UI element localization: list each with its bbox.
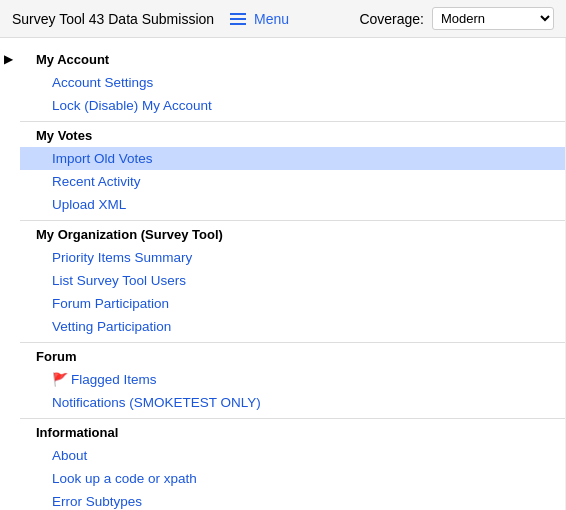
menu-item-error-subtypes[interactable]: Error Subtypes xyxy=(20,490,565,510)
menu-icon[interactable] xyxy=(230,13,246,25)
menu-item-priority-items-summary[interactable]: Priority Items Summary xyxy=(20,246,565,269)
coverage-label: Coverage: xyxy=(359,11,424,27)
section-my-organization: My Organization (Survey Tool) Priority I… xyxy=(20,221,565,338)
section-header-my-account: My Account xyxy=(20,46,565,71)
menu-item-about[interactable]: About xyxy=(20,444,565,467)
menu-item-flagged-items[interactable]: 🚩Flagged Items xyxy=(20,368,565,391)
coverage-select[interactable]: Modern Comprehensive Basic xyxy=(432,7,554,30)
content-area: ▶ My Account Account Settings Lock (Disa… xyxy=(0,38,566,510)
menu-item-notifications[interactable]: Notifications (SMOKETEST ONLY) xyxy=(20,391,565,414)
menu-item-forum-participation[interactable]: Forum Participation xyxy=(20,292,565,315)
section-header-informational: Informational xyxy=(20,419,565,444)
menu-panel: My Account Account Settings Lock (Disabl… xyxy=(20,38,566,510)
section-my-account: My Account Account Settings Lock (Disabl… xyxy=(20,46,565,117)
sidebar-toggle[interactable]: ▶ xyxy=(0,38,20,510)
section-my-votes: My Votes Import Old Votes Recent Activit… xyxy=(20,122,565,216)
app-title: Survey Tool 43 Data Submission xyxy=(12,11,214,27)
flag-icon: 🚩 xyxy=(52,372,68,387)
section-header-my-organization: My Organization (Survey Tool) xyxy=(20,221,565,246)
menu-item-account-settings[interactable]: Account Settings xyxy=(20,71,565,94)
menu-item-vetting-participation[interactable]: Vetting Participation xyxy=(20,315,565,338)
arrow-icon: ▶ xyxy=(4,52,13,66)
menu-label[interactable]: Menu xyxy=(254,11,289,27)
menu-item-import-old-votes[interactable]: Import Old Votes xyxy=(20,147,565,170)
section-forum: Forum 🚩Flagged Items Notifications (SMOK… xyxy=(20,343,565,414)
section-header-forum: Forum xyxy=(20,343,565,368)
menu-item-lookup-code-xpath[interactable]: Look up a code or xpath xyxy=(20,467,565,490)
header: Survey Tool 43 Data Submission Menu Cove… xyxy=(0,0,566,38)
menu-item-upload-xml[interactable]: Upload XML xyxy=(20,193,565,216)
menu-item-recent-activity[interactable]: Recent Activity xyxy=(20,170,565,193)
section-header-my-votes: My Votes xyxy=(20,122,565,147)
menu-item-list-survey-tool-users[interactable]: List Survey Tool Users xyxy=(20,269,565,292)
menu-item-lock-account[interactable]: Lock (Disable) My Account xyxy=(20,94,565,117)
section-informational: Informational About Look up a code or xp… xyxy=(20,419,565,510)
